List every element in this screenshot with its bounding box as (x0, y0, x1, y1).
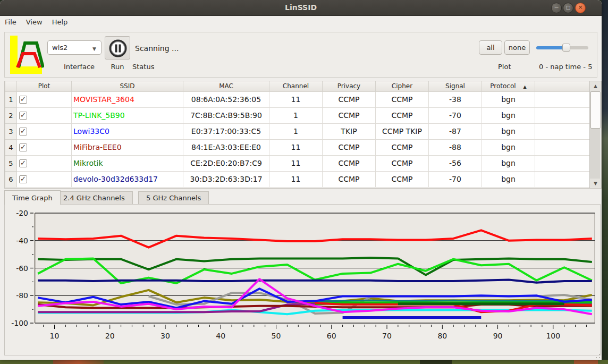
plot-checkbox-checked[interactable] (19, 159, 27, 167)
y-tick-label: -40 (16, 236, 28, 245)
column-header-protocol[interactable]: Protocol▲ (482, 81, 535, 91)
table-row[interactable]: 1MOVISTAR_360408:6A:0A:52:36:0511CCMPCCM… (5, 91, 590, 107)
ssid-cell: devolo-30d32d633d17 (72, 171, 183, 187)
scroll-down-icon[interactable]: ▼ (590, 179, 601, 188)
channel-cell: 11 (269, 171, 323, 187)
y-tick-label: -60 (16, 264, 28, 273)
column-header-mac[interactable]: MAC (183, 81, 269, 91)
tab-2-4-ghz-channels[interactable]: 2.4 GHz Channels (55, 191, 133, 204)
row-number: 4 (5, 139, 17, 155)
x-tick-label: 80 (437, 332, 447, 340)
column-header-privacy[interactable]: Privacy (323, 81, 376, 91)
cipher-cell: CCMP (376, 139, 429, 155)
row-number: 3 (5, 123, 17, 139)
column-header-plot[interactable]: Plot (17, 81, 72, 91)
channel-cell: 11 (269, 155, 323, 171)
table-row[interactable]: 5MikrotikCE:2D:E0:20:B7:C911CCMPCCMP-56b… (5, 155, 590, 171)
sort-ascending-icon: ▲ (523, 84, 527, 89)
x-tick-label: 70 (382, 332, 392, 340)
minimize-button[interactable]: − (551, 3, 562, 13)
interface-select[interactable]: wls2 ▼ (47, 40, 102, 55)
plot-checkbox-cell[interactable] (17, 107, 72, 123)
row-number: 1 (5, 91, 17, 107)
privacy-cell: CCMP (323, 91, 376, 107)
x-tick-label: 90 (493, 332, 503, 340)
ssid-cell: TP-LINK_5B90 (72, 107, 183, 123)
ssid-cell: MiFibra-EEE0 (72, 139, 183, 155)
column-header-cipher[interactable]: Cipher (376, 81, 429, 91)
plot-checkbox-checked[interactable] (19, 96, 27, 104)
y-tick-label: -80 (16, 291, 28, 300)
desktop-wallpaper-bottom (0, 360, 608, 364)
ssid-cell: Mikrotik (72, 155, 183, 171)
table-scrollbar[interactable]: ▲ ▼ (589, 81, 601, 188)
table-row[interactable]: 3Lowi33C0E0:37:17:00:33:C51TKIPCCMP TKIP… (5, 123, 590, 139)
nap-slider-fill (536, 46, 566, 49)
menu-item-file[interactable]: File (0, 16, 21, 28)
plot-checkbox-cell[interactable] (17, 155, 72, 171)
plot-checkbox-cell[interactable] (17, 123, 72, 139)
desktop-wallpaper-right (602, 0, 608, 364)
column-header-channel[interactable]: Channel (269, 81, 323, 91)
signal-cell: -38 (429, 91, 482, 107)
nap-slider-handle[interactable] (562, 44, 570, 52)
filler-cell (535, 139, 590, 155)
privacy-cell: CCMP (323, 107, 376, 123)
column-header-signal[interactable]: Signal (429, 81, 482, 91)
plot-checkbox-cell[interactable] (17, 91, 72, 107)
channel-cell: 1 (269, 107, 323, 123)
x-tick-label: 40 (216, 332, 225, 340)
privacy-cell: TKIP (323, 123, 376, 139)
nap-time-slider[interactable] (536, 46, 588, 49)
channel-cell: 1 (269, 123, 323, 139)
menu-bar: FileViewHelp (0, 16, 602, 29)
mac-cell: 7C:8B:CA:B9:5B:90 (183, 107, 269, 123)
plot-all-button[interactable]: all (479, 40, 502, 55)
resize-grip[interactable] (595, 353, 601, 359)
title-bar[interactable]: LinSSID − □ × (0, 0, 602, 16)
x-tick-label: 100 (546, 332, 560, 340)
plot-canvas-left-edge (34, 213, 35, 323)
mac-cell: 30:D3:2D:63:3D:17 (183, 171, 269, 187)
close-button[interactable]: × (575, 3, 586, 13)
cipher-cell: CCMP TKIP (376, 123, 429, 139)
networks-table-grid: PlotSSIDMACChannelPrivacyCipherSignalPro… (5, 81, 590, 188)
plot-checkbox-checked[interactable] (19, 143, 27, 151)
row-number: 5 (5, 155, 17, 171)
pause-icon (109, 39, 127, 57)
privacy-cell: CCMP (323, 155, 376, 171)
table-row[interactable]: 4MiFibra-EEE084:1E:A3:03:EE:E011CCMPCCMP… (5, 139, 590, 155)
table-row[interactable]: 6devolo-30d32d633d1730:D3:2D:63:3D:1711C… (5, 171, 590, 187)
cipher-cell: CCMP (376, 107, 429, 123)
run-pause-button[interactable] (105, 36, 130, 60)
protocol-cell: bgn (482, 155, 535, 171)
protocol-cell: bgn (482, 123, 535, 139)
plot-checkbox-cell[interactable] (17, 171, 72, 187)
tab-5-ghz-channels[interactable]: 5 GHz Channels (138, 191, 209, 204)
plot-checkbox-checked[interactable] (19, 112, 27, 120)
cipher-cell: CCMP (376, 171, 429, 187)
ssid-cell: Lowi33C0 (72, 123, 183, 139)
table-row[interactable]: 2TP-LINK_5B907C:8B:CA:B9:5B:901CCMPCCMP-… (5, 107, 590, 123)
maximize-icon: □ (563, 3, 573, 12)
y-tick-label: -100 (11, 319, 28, 327)
linssid-logo-icon (8, 35, 44, 76)
plot-none-button[interactable]: none (504, 40, 530, 55)
plot-checkbox-checked[interactable] (19, 175, 27, 183)
x-tick-label: 50 (272, 332, 281, 340)
tab-time-graph[interactable]: Time Graph (4, 190, 61, 205)
filler-cell (535, 91, 590, 107)
column-header-ssid[interactable]: SSID (72, 81, 183, 91)
x-tick-label: 60 (327, 332, 336, 340)
table-scrollbar-thumb[interactable] (590, 91, 601, 129)
menu-item-help[interactable]: Help (47, 16, 73, 28)
maximize-button[interactable]: □ (563, 3, 573, 13)
signal-cell: -70 (429, 171, 482, 187)
linssid-window: LinSSID − □ × FileViewHelp wls2 ▼ (0, 0, 602, 360)
scroll-up-icon[interactable]: ▲ (590, 81, 601, 91)
plot-checkbox-checked[interactable] (19, 128, 27, 136)
plot-checkbox-cell[interactable] (17, 139, 72, 155)
chevron-down-icon: ▼ (92, 46, 96, 52)
menu-item-view[interactable]: View (21, 16, 47, 28)
column-header-filler (535, 81, 590, 91)
